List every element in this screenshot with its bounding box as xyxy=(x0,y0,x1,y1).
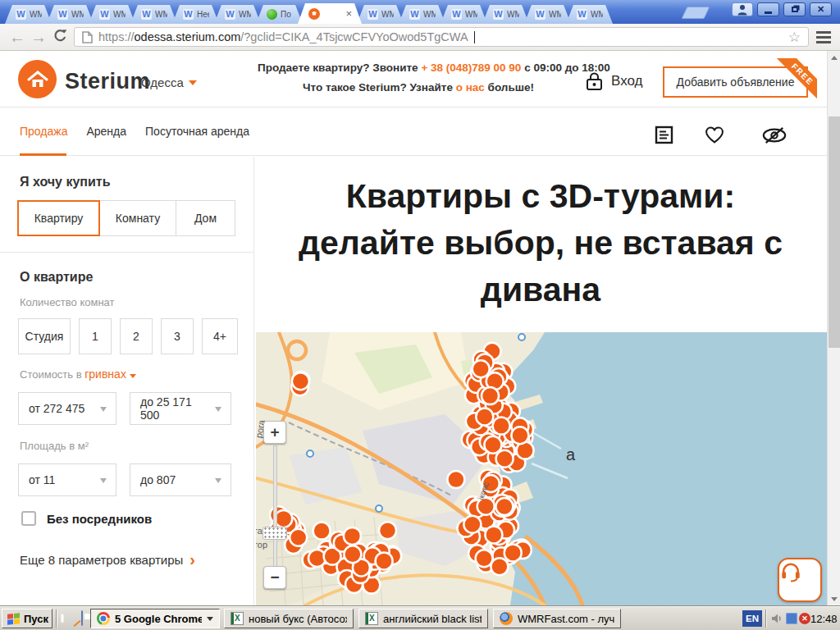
address-bar[interactable]: https://odessa.sterium.com/?gclid=CIKA_4… xyxy=(74,27,809,47)
tab[interactable]: WWM xyxy=(47,5,94,24)
tab-strip: WWMWWMWWMWWMWНееWWMПо×WWMWWMWWMWWMWWMWWM xyxy=(5,3,608,24)
hamburger-icon xyxy=(816,31,831,34)
type-room-button[interactable]: Комнату xyxy=(99,200,176,236)
map-zoom-out-button[interactable]: − xyxy=(263,566,286,589)
taskbar-button-excel-1[interactable]: новый букс (Автосохра... xyxy=(224,609,354,628)
tab[interactable]: WWM xyxy=(89,5,135,24)
profile-button[interactable] xyxy=(732,2,753,16)
phone-number[interactable]: + 38 (048)789 00 90 xyxy=(421,62,521,74)
reload-button[interactable] xyxy=(49,29,71,46)
chevron-down-icon xyxy=(215,407,221,412)
map-zoom-slider-handle[interactable] xyxy=(262,527,287,540)
more-params-label: Еще 8 параметров квартиры xyxy=(20,553,183,567)
tab-title: WM xyxy=(30,10,42,19)
new-tab-button[interactable] xyxy=(682,7,710,19)
support-chat-button[interactable] xyxy=(778,558,822,602)
reload-icon xyxy=(53,29,67,43)
login-label: Вход xyxy=(611,73,642,89)
rooms-2-button[interactable]: 2 xyxy=(120,318,153,354)
price-from-select[interactable]: от 272 475 xyxy=(18,392,116,425)
minimize-button[interactable] xyxy=(757,2,779,16)
tab-close-icon[interactable]: × xyxy=(345,8,352,19)
sterium-logo-icon[interactable] xyxy=(18,60,57,98)
scroll-up-button[interactable] xyxy=(828,51,840,64)
maximize-icon xyxy=(792,7,798,12)
taskbar-button-firefox[interactable]: WMRFast.com - лучшее ... xyxy=(493,609,621,628)
taskbar-separator xyxy=(56,609,57,628)
more-params-link[interactable]: Еще 8 параметров квартиры › xyxy=(20,553,195,567)
maximize-button[interactable] xyxy=(783,2,806,16)
rooms-3-button[interactable]: 3 xyxy=(161,318,194,354)
city-selector[interactable]: Одесса xyxy=(141,75,197,89)
tab[interactable]: По xyxy=(256,5,303,24)
tab[interactable]: WWM xyxy=(5,5,52,24)
taskbar-button-excel-2[interactable]: английский black list xyxy=(358,609,488,628)
rooms-label: Количество комнат xyxy=(20,296,115,308)
tab[interactable]: WWM xyxy=(214,5,261,24)
area-to-select[interactable]: до 807 xyxy=(130,463,231,496)
scrollbar-thumb[interactable] xyxy=(829,116,840,348)
taskbar-clock: 12:48 xyxy=(810,613,838,625)
type-apartment-button[interactable]: Квартиру xyxy=(17,200,100,236)
page-scrollbar[interactable] xyxy=(827,51,840,605)
nav-item-daily-rent[interactable]: Посуточная аренда xyxy=(145,125,249,138)
site-nav: Продажа Аренда Посуточная аренда xyxy=(0,108,827,156)
taskbar: Пуск 5 Google Chrome новый букс (Автосох… xyxy=(0,605,840,630)
tab[interactable]: WWM xyxy=(524,5,571,24)
webmoney-favicon: W xyxy=(368,9,378,20)
map-zoom-slider-track[interactable] xyxy=(273,445,277,567)
price-to-select[interactable]: до 25 171 500 xyxy=(130,392,231,425)
about-link[interactable]: о нас xyxy=(456,81,485,94)
tab[interactable]: WWM xyxy=(357,5,404,24)
hidden-eye-off-icon[interactable] xyxy=(761,126,788,148)
add-listing-button[interactable]: Добавить объявление FREE xyxy=(663,66,808,98)
close-button[interactable]: ✕ xyxy=(810,2,832,16)
tab-active-sterium[interactable]: × xyxy=(298,3,362,24)
saved-lists-icon[interactable] xyxy=(655,126,673,148)
rooms-studio-button[interactable]: Студия xyxy=(18,318,71,354)
webmoney-favicon: W xyxy=(57,9,68,20)
tab[interactable]: WНее xyxy=(172,5,219,24)
rooms-4plus-button[interactable]: 4+ xyxy=(202,318,238,354)
tray-security-alert-icon[interactable]: ✕ xyxy=(799,613,810,624)
currency-selector[interactable]: гривнах xyxy=(84,368,126,381)
area-from-select[interactable]: от 11 xyxy=(18,463,116,496)
main-content: Квартиры с 3D-турами: делайте выбор, не … xyxy=(254,155,827,605)
tab[interactable]: WWM xyxy=(130,5,177,24)
active-tab-underline xyxy=(20,153,66,156)
tab[interactable]: WWM xyxy=(441,5,487,24)
url-text[interactable]: https://odessa.sterium.com/?gclid=CIKA_4… xyxy=(98,30,468,43)
chevron-right-icon: › xyxy=(189,554,195,566)
tab-title: WM xyxy=(591,10,603,19)
back-button[interactable]: ← xyxy=(7,28,28,47)
tray-network-icon[interactable] xyxy=(786,613,797,624)
browser-menu-button[interactable] xyxy=(814,27,833,47)
tab[interactable]: WWM xyxy=(482,5,529,24)
tab[interactable]: WWM xyxy=(566,5,613,24)
quicklaunch-show-desktop-icon[interactable] xyxy=(81,610,83,626)
rooms-1-button[interactable]: 1 xyxy=(79,318,112,354)
forward-button[interactable]: → xyxy=(28,28,49,47)
no-agents-checkbox[interactable] xyxy=(21,511,36,526)
about-title: О квартире xyxy=(20,270,93,285)
type-house-button[interactable]: Дом xyxy=(176,200,235,236)
tab-title: WM xyxy=(71,10,84,19)
tab[interactable]: WWM xyxy=(399,5,445,24)
want-title: Я хочу купить xyxy=(20,175,111,189)
taskbar-button-chrome-group[interactable]: 5 Google Chrome xyxy=(90,609,220,628)
map[interactable]: ангарднгоррогаіковс + − xyxy=(256,332,827,605)
nav-item-rent[interactable]: Аренда xyxy=(86,125,126,138)
bookmark-star-icon[interactable]: ☆ xyxy=(788,29,801,46)
language-indicator[interactable]: EN xyxy=(742,610,762,627)
start-button[interactable]: Пуск xyxy=(2,609,52,628)
favorites-heart-icon[interactable] xyxy=(704,126,725,148)
scroll-down-button[interactable] xyxy=(828,592,840,605)
tray-volume-icon[interactable] xyxy=(771,613,783,624)
tab-title: WM xyxy=(113,10,126,19)
area-range-row: от 11 до 807 xyxy=(18,463,231,496)
login-button[interactable]: Вход xyxy=(586,71,642,91)
webmoney-favicon: W xyxy=(225,9,235,20)
site-logo-text[interactable]: Sterium xyxy=(65,69,150,94)
nav-item-sale[interactable]: Продажа xyxy=(20,125,67,138)
map-zoom-in-button[interactable]: + xyxy=(263,421,286,444)
